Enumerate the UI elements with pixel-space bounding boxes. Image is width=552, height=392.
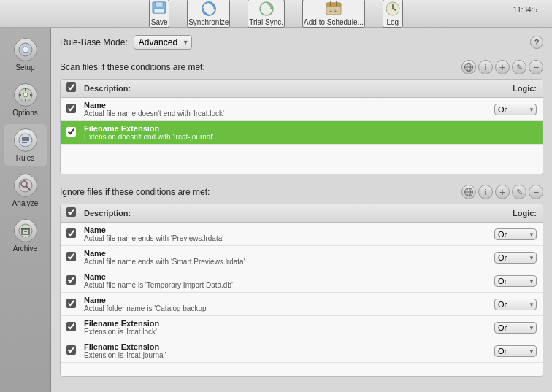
- ignore-row1-checkbox[interactable]: [66, 252, 76, 261]
- ignore-row1-check: [66, 252, 84, 264]
- synchronize-icon: [200, 1, 218, 17]
- ignore-row4-logic-select[interactable]: OrAnd: [494, 322, 537, 334]
- ignore-header-checkbox[interactable]: [66, 207, 76, 217]
- scan-row1-logic-wrapper[interactable]: Or And ▼: [494, 104, 537, 115]
- ignore-row1-desc: Actual file name ends with 'Smart Previe…: [84, 258, 478, 266]
- toolbar: Save Synchronize Trial Sync.: [0, 0, 552, 28]
- ignore-row3-logic-select[interactable]: OrAnd: [494, 299, 537, 310]
- sidebar-item-rules[interactable]: Rules: [4, 124, 47, 166]
- ignore-row1-content: Name Actual file name ends with 'Smart P…: [84, 249, 478, 266]
- scan-header-checkbox[interactable]: [66, 82, 76, 92]
- ignore-row1-logic-select[interactable]: OrAnd: [494, 252, 537, 264]
- scan-add-button[interactable]: +: [495, 60, 510, 74]
- sidebar-item-options[interactable]: Options: [4, 79, 47, 121]
- log-button[interactable]: Log: [383, 0, 403, 28]
- scan-section-header: Scan files if these conditions are met: …: [60, 60, 543, 74]
- add-schedule-button[interactable]: + + Add to Schedule...: [302, 0, 365, 28]
- ignore-row0-desc: Actual file name ends with 'Previews.lrd…: [84, 234, 478, 242]
- scan-row1-content: Name Actual file name doesn't end with '…: [84, 101, 478, 118]
- scan-row1-logic-select[interactable]: Or And: [494, 104, 537, 115]
- ignore-row4-desc: Extension is 'lrcat.lock': [84, 328, 478, 336]
- ignore-table-empty: [61, 363, 543, 376]
- ignore-section: Ignore files if these conditions are met…: [60, 185, 543, 377]
- ignore-info-button[interactable]: i: [478, 185, 493, 199]
- scan-row1-check: [66, 104, 84, 115]
- ignore-row5-checkbox[interactable]: [66, 345, 76, 355]
- svg-point-31: [19, 224, 32, 237]
- ignore-row1-logic: OrAnd▼: [478, 252, 537, 264]
- ignore-row0-checkbox[interactable]: [66, 228, 76, 238]
- sidebar-item-setup[interactable]: Setup: [4, 34, 47, 76]
- ignore-row5-check: [66, 345, 84, 357]
- scan-header-description: Description:: [84, 84, 478, 93]
- scan-row1-logic: Or And ▼: [478, 104, 537, 115]
- help-button[interactable]: ?: [530, 36, 543, 49]
- sidebar-item-analyze[interactable]: Analyze: [4, 169, 47, 212]
- scan-info-button[interactable]: i: [478, 60, 493, 74]
- ignore-row3-content: Name Actual folder name is 'Catalog back…: [84, 296, 478, 312]
- synchronize-button[interactable]: Synchronize: [187, 0, 230, 28]
- ignore-rules-table: Description: Logic: Name Actual file nam…: [60, 204, 543, 377]
- trial-sync-icon: [258, 1, 275, 17]
- ignore-globe-button[interactable]: [461, 185, 476, 199]
- ignore-row3-title: Name: [84, 296, 478, 304]
- scan-globe-button[interactable]: [461, 60, 476, 74]
- sidebar-item-options-label: Options: [12, 109, 37, 117]
- synchronize-label: Synchronize: [188, 18, 229, 26]
- scan-header-logic: Logic:: [478, 84, 537, 93]
- sidebar-item-analyze-label: Analyze: [12, 199, 39, 207]
- scan-edit-button[interactable]: ✎: [512, 60, 526, 74]
- save-label: Save: [151, 18, 168, 26]
- ignore-row3-logic: OrAnd▼: [478, 299, 537, 310]
- ignore-remove-button[interactable]: −: [529, 185, 543, 199]
- scan-table-empty: [61, 145, 543, 174]
- ignore-row4-checkbox[interactable]: [66, 322, 76, 331]
- main-layout: Setup Options: [0, 28, 552, 392]
- analyze-icon: [14, 174, 37, 197]
- ignore-row5-logic-select[interactable]: OrAnd: [494, 345, 537, 357]
- log-icon: [384, 1, 402, 17]
- scan-table-row: Name Actual file name doesn't end with '…: [61, 98, 543, 121]
- scan-row1-title: Name: [84, 101, 478, 109]
- mode-label: Rule-Base Mode:: [60, 37, 128, 47]
- ignore-table-row-3: Name Actual folder name is 'Catalog back…: [61, 293, 543, 316]
- sidebar-item-rules-label: Rules: [16, 154, 35, 162]
- add-schedule-icon: + +: [325, 1, 342, 17]
- scan-section-actions: i + ✎ −: [461, 60, 543, 74]
- scan-table-row-highlighted: Filename Extension Extension doesn't end…: [61, 121, 543, 145]
- trial-sync-button[interactable]: Trial Sync.: [248, 0, 285, 28]
- mode-select[interactable]: Basic Advanced Expert: [134, 35, 192, 50]
- ignore-row3-checkbox[interactable]: [66, 299, 76, 308]
- ignore-table-row-0: Name Actual file name ends with 'Preview…: [61, 223, 543, 246]
- trial-sync-label: Trial Sync.: [249, 18, 283, 26]
- svg-rect-2: [154, 9, 164, 13]
- scan-header-check: [66, 82, 84, 94]
- scan-row1-desc: Actual file name doesn't end with 'lrcat…: [84, 109, 478, 118]
- sidebar-item-archive[interactable]: Archive: [4, 215, 47, 257]
- scan-row1-checkbox[interactable]: [66, 104, 76, 113]
- ignore-row0-logic-select[interactable]: OrAnd: [494, 228, 537, 240]
- ignore-row0-title: Name: [84, 226, 478, 234]
- ignore-row2-logic: OrAnd▼: [478, 275, 537, 287]
- ignore-row5-content: Filename Extension Extension is 'lrcat-j…: [84, 342, 478, 359]
- ignore-section-header: Ignore files if these conditions are met…: [60, 185, 543, 199]
- scan-row2-checkbox[interactable]: [66, 127, 76, 137]
- ignore-header-description: Description:: [84, 209, 478, 218]
- ignore-row2-checkbox[interactable]: [66, 275, 76, 285]
- ignore-table-header: Description: Logic:: [61, 204, 543, 223]
- sidebar-item-setup-label: Setup: [15, 64, 34, 72]
- ignore-table-row-4: Filename Extension Extension is 'lrcat.l…: [61, 316, 543, 339]
- ignore-table-row-1: Name Actual file name ends with 'Smart P…: [61, 246, 543, 269]
- ignore-row3-desc: Actual folder name is 'Catalog backup': [84, 304, 478, 312]
- scan-remove-button[interactable]: −: [529, 60, 543, 74]
- save-button[interactable]: Save: [149, 0, 169, 28]
- ignore-section-title: Ignore files if these conditions are met…: [60, 187, 210, 197]
- ignore-row0-logic: OrAnd▼: [478, 228, 537, 240]
- ignore-add-button[interactable]: +: [495, 185, 510, 199]
- mode-select-wrapper[interactable]: Basic Advanced Expert ▼: [134, 35, 192, 50]
- toolbar-time: 11:34:5: [513, 6, 537, 14]
- ignore-section-actions: i + ✎ −: [461, 185, 543, 199]
- ignore-row2-logic-select[interactable]: OrAnd: [494, 275, 537, 287]
- setup-icon: [14, 38, 37, 61]
- ignore-edit-button[interactable]: ✎: [512, 185, 526, 199]
